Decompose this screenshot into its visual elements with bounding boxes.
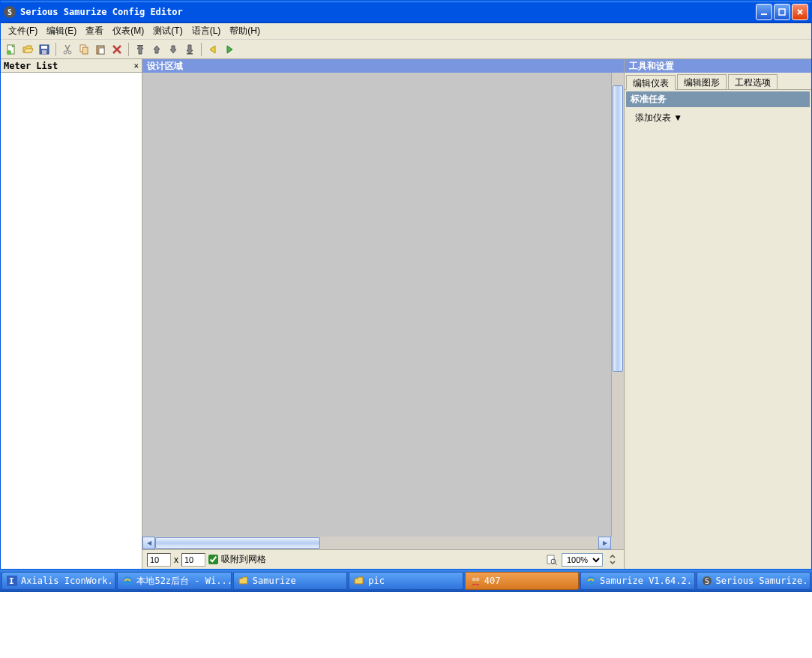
scroll-right-button[interactable]: ▶ (598, 537, 611, 549)
toolbar-separator (201, 43, 202, 56)
ie-icon (586, 576, 596, 586)
open-button[interactable] (20, 42, 35, 57)
tab-edit-graphic[interactable]: 编辑图形 (677, 74, 727, 89)
svg-point-20 (123, 576, 132, 585)
samurize-icon: S (702, 576, 712, 586)
taskbar-label: Samurize V1.64.2... (600, 576, 694, 586)
toolbar-separator (128, 43, 129, 56)
bottom-bar: x 吸附到网格 100% (142, 549, 624, 569)
zoom-select[interactable]: 100% (562, 553, 603, 567)
svg-rect-10 (82, 47, 88, 54)
windows-taskbar: IAxialis IconWork... 本地52z后台 - Wi... Sam… (0, 570, 812, 592)
taskbar-item[interactable]: pic (349, 572, 463, 590)
cut-button[interactable] (60, 42, 75, 57)
design-grid[interactable] (142, 73, 611, 537)
scroll-left-button[interactable]: ◀ (142, 537, 155, 549)
horizontal-scroll-thumb[interactable] (155, 537, 320, 549)
svg-text:S: S (705, 577, 709, 585)
minimize-button[interactable] (756, 4, 772, 20)
tab-body: 标准任务 添加仪表 ▼ (625, 89, 811, 569)
taskbar-label: Axialis IconWork... (21, 576, 115, 586)
snap-label: 吸附到网格 (221, 553, 266, 566)
delete-button[interactable] (109, 42, 124, 57)
zoom-fit-icon[interactable] (545, 553, 559, 567)
svg-point-22 (475, 578, 479, 582)
copy-button[interactable] (76, 42, 91, 57)
design-area[interactable] (142, 73, 624, 537)
menu-edit[interactable]: 编辑(E) (42, 23, 81, 39)
menu-test[interactable]: 测试(T) (148, 23, 187, 39)
svg-rect-14 (137, 45, 143, 46)
svg-rect-13 (99, 48, 104, 54)
titlebar[interactable]: S Serious Samurize Config Editor (1, 1, 811, 23)
app-icon: S (4, 6, 16, 18)
svg-text:I: I (9, 576, 14, 586)
svg-point-21 (472, 578, 475, 582)
forward-button[interactable] (222, 42, 237, 57)
menubar: 文件(F) 编辑(E) 查看 仪表(M) 测试(T) 语言(L) 帮助(H) (1, 23, 811, 40)
horizontal-scrollbar[interactable]: ◀ ▶ (142, 537, 611, 549)
toolbar (1, 40, 811, 59)
bring-front-button[interactable] (133, 42, 148, 57)
send-back-button[interactable] (182, 42, 197, 57)
menu-meter[interactable]: 仪表(M) (108, 23, 148, 39)
taskbar-label: 407 (484, 576, 501, 586)
svg-rect-0 (761, 13, 767, 15)
add-meter-button[interactable]: 添加仪表 ▼ (626, 107, 810, 129)
grid-height-input[interactable] (181, 553, 205, 567)
window-buttons (756, 4, 808, 20)
svg-rect-12 (98, 45, 103, 47)
app-icon: I (7, 576, 17, 586)
meter-list-title: Meter List (4, 61, 133, 71)
main-area: Meter List ✕ 设计区域 ◀ ▶ (1, 59, 811, 569)
move-down-button[interactable] (166, 42, 181, 57)
scroll-track[interactable] (155, 537, 598, 549)
taskbar-item[interactable]: IAxialis IconWork... (1, 572, 115, 590)
taskbar-item[interactable]: Samurize (233, 572, 347, 590)
vertical-scroll-thumb[interactable] (613, 85, 623, 372)
taskbar-item[interactable]: Samurize V1.64.2... (580, 572, 694, 590)
new-button[interactable] (4, 42, 19, 57)
design-area-header: 设计区域 (142, 59, 624, 73)
snap-checkbox[interactable] (208, 555, 218, 564)
close-button[interactable] (792, 4, 808, 20)
back-button[interactable] (205, 42, 220, 57)
horizontal-scroll-row: ◀ ▶ (142, 537, 624, 549)
maximize-button[interactable] (774, 4, 790, 20)
tools-header: 工具和设置 (625, 59, 811, 73)
svg-rect-15 (187, 53, 193, 55)
svg-rect-1 (779, 9, 785, 15)
center-panel: 设计区域 ◀ ▶ x 吸附到网格 (142, 59, 624, 569)
save-button[interactable] (37, 42, 52, 57)
paste-button[interactable] (93, 42, 108, 57)
x-label: x (174, 555, 178, 565)
folder-icon (354, 576, 364, 586)
move-up-button[interactable] (149, 42, 164, 57)
ie-icon (122, 576, 133, 586)
menu-view[interactable]: 查看 (81, 23, 108, 39)
app-window: S Serious Samurize Config Editor 文件(F) 编… (0, 0, 812, 570)
svg-point-7 (64, 51, 67, 54)
svg-point-3 (7, 50, 11, 55)
meter-list-close-icon[interactable]: ✕ (133, 61, 139, 70)
svg-rect-5 (41, 46, 47, 49)
svg-point-23 (586, 576, 595, 585)
grid-width-input[interactable] (147, 553, 171, 567)
people-icon (470, 576, 481, 586)
tab-edit-meter[interactable]: 编辑仪表 (626, 75, 676, 90)
menu-file[interactable]: 文件(F) (4, 23, 42, 39)
toolbar-separator (55, 43, 56, 56)
folder-icon (238, 576, 249, 586)
meter-list-panel: Meter List ✕ (1, 59, 142, 569)
taskbar-item[interactable]: 本地52z后台 - Wi... (117, 572, 231, 590)
taskbar-item-active[interactable]: 407 (465, 572, 579, 590)
vertical-scrollbar[interactable] (611, 73, 624, 537)
taskbar-label: pic (368, 576, 385, 586)
taskbar-item[interactable]: SSerious Samurize... (697, 572, 811, 590)
collapse-icon[interactable] (606, 553, 619, 567)
menu-lang[interactable]: 语言(L) (187, 23, 226, 39)
svg-point-8 (68, 51, 71, 54)
menu-help[interactable]: 帮助(H) (225, 23, 265, 39)
tabs: 编辑仪表 编辑图形 工程选项 (625, 73, 811, 89)
tab-project-options[interactable]: 工程选项 (728, 74, 778, 89)
